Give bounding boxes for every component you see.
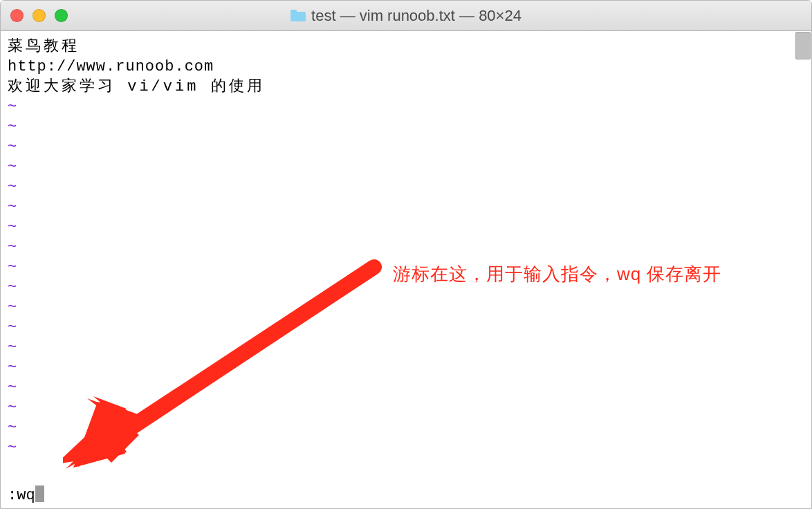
close-button[interactable]: [10, 9, 24, 22]
tilde-line: ~: [8, 237, 795, 257]
window-title-container: test — vim runoob.txt — 80×24: [290, 7, 522, 25]
minimize-button[interactable]: [33, 9, 46, 22]
maximize-button[interactable]: [55, 9, 68, 22]
tilde-line: ~: [8, 117, 795, 137]
window-title: test — vim runoob.txt — 80×24: [311, 7, 522, 25]
editor-line: http://www.runoob.com: [8, 57, 795, 77]
tilde-line: ~: [8, 337, 795, 358]
scrollbar-thumb[interactable]: [795, 32, 811, 59]
tilde-line: ~: [8, 398, 795, 418]
editor-line: 菜鸟教程: [8, 37, 795, 57]
tilde-line: ~: [8, 177, 795, 197]
folder-icon: [290, 10, 306, 21]
command-text: :wq: [8, 487, 35, 504]
terminal-window: test — vim runoob.txt — 80×24 菜鸟教程 http:…: [0, 0, 812, 509]
tilde-line: ~: [8, 197, 795, 217]
tilde-line: ~: [8, 358, 795, 378]
editor-line: 欢迎大家学习 vi/vim 的使用: [8, 77, 795, 97]
tilde-line: ~: [8, 418, 795, 438]
tilde-line: ~: [8, 317, 795, 337]
traffic-lights: [1, 9, 68, 22]
cursor: [35, 485, 44, 502]
tilde-line: ~: [8, 378, 795, 398]
tilde-line: ~: [8, 217, 795, 237]
tilde-line: ~: [8, 157, 795, 177]
tilde-line: ~: [8, 438, 795, 458]
tilde-line: ~: [8, 137, 795, 157]
titlebar[interactable]: test — vim runoob.txt — 80×24: [1, 1, 811, 31]
tilde-line: ~: [8, 297, 795, 317]
annotation-text: 游标在这，用于输入指令，wq 保存离开: [393, 262, 721, 286]
tilde-line: ~: [8, 97, 795, 117]
command-line[interactable]: :wq: [8, 485, 44, 506]
